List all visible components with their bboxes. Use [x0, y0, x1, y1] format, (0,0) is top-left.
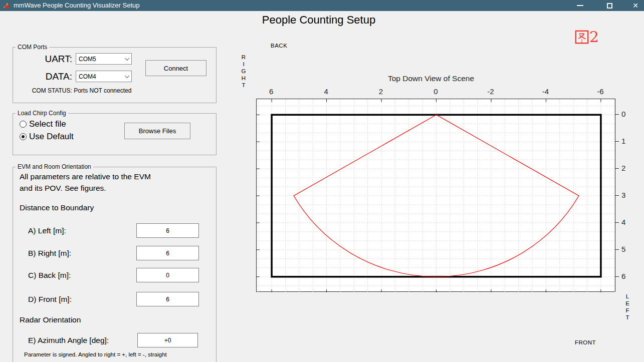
y-tick-mark: [615, 168, 619, 169]
y-tick-mark: [615, 195, 619, 196]
close-icon[interactable]: ✕: [627, 0, 644, 11]
data-port-value: COM4: [79, 73, 96, 80]
evm-intro-line2: and its POV. See figures.: [20, 184, 106, 193]
top-down-scene-plot: [256, 99, 615, 292]
x-tick-label: -2: [481, 87, 501, 96]
radio-button-icon[interactable]: [20, 133, 27, 140]
azimuth-note: Parameter is signed. Angled to right = +…: [24, 351, 212, 357]
y-tick-label: 2: [621, 164, 625, 173]
maximize-icon[interactable]: [601, 0, 618, 11]
back-distance-input[interactable]: [136, 268, 199, 282]
radar-orientation-heading: Radar Orientation: [20, 315, 81, 324]
title-bar: mmWave People Counting Visualizer Setup …: [0, 0, 644, 11]
scene-label-front: FRONT: [575, 339, 596, 345]
evm-intro-line1: All parameters are relative to the EVM: [20, 172, 151, 181]
connect-button[interactable]: Connect: [145, 60, 206, 76]
plot-title: Top Down View of Scene: [331, 74, 531, 83]
y-tick-mark: [615, 141, 619, 142]
chevron-down-icon[interactable]: [122, 71, 131, 82]
y-tick-mark: [615, 114, 619, 115]
left-distance-label: A) Left [m]:: [28, 223, 66, 238]
y-tick-label: 4: [621, 218, 625, 227]
y-tick-label: 0: [621, 110, 625, 119]
uart-port-value: COM5: [79, 56, 96, 63]
radio-button-icon[interactable]: [20, 121, 27, 128]
scene-plot-canvas: [257, 99, 616, 292]
window-title: mmWave People Counting Visualizer Setup: [14, 0, 139, 11]
front-distance-label: D) Front [m]:: [28, 292, 72, 306]
azimuth-angle-input[interactable]: [137, 333, 198, 347]
front-distance-input[interactable]: [136, 292, 199, 306]
chevron-down-icon[interactable]: [122, 54, 131, 64]
y-tick-mark: [615, 276, 619, 277]
chirp-config-group: Load Chirp Config Select file Use Defaul…: [13, 113, 217, 155]
y-tick-mark: [615, 249, 619, 250]
x-tick-label: -6: [590, 87, 610, 96]
matlab-logo-icon: [3, 2, 11, 10]
uart-port-select[interactable]: COM5: [76, 53, 132, 65]
radio-select-file[interactable]: Select file: [20, 119, 66, 129]
y-tick-label: 6: [621, 272, 625, 281]
x-tick-label: 4: [316, 87, 336, 96]
x-tick-label: 6: [261, 87, 281, 96]
evm-orientation-group: EVM and Room Orientation All parameters …: [13, 167, 217, 362]
scene-label-left: LEFT: [624, 293, 630, 321]
right-distance-label: B) Right [m]:: [28, 246, 71, 260]
distance-boundary-heading: Distance to Boundary: [20, 203, 94, 212]
evm-orientation-group-label: EVM and Room Orientation: [16, 163, 93, 170]
page-title: People Counting Setup: [219, 14, 419, 27]
y-tick-label: 3: [621, 191, 625, 200]
com-ports-group-label: COM Ports: [16, 44, 49, 51]
scene-label-back: BACK: [271, 43, 287, 49]
radio-use-default-label: Use Default: [29, 132, 74, 142]
y-tick-mark: [615, 222, 619, 223]
app-window: mmWave People Counting Visualizer Setup …: [0, 0, 644, 362]
right-distance-input[interactable]: [136, 246, 199, 260]
browse-files-button[interactable]: Browse Files: [124, 123, 190, 139]
radio-select-file-label: Select file: [29, 119, 66, 129]
x-tick-label: 0: [426, 87, 446, 96]
uart-label: UART:: [26, 54, 72, 65]
azimuth-angle-label: E) Azimuth Angle [deg]:: [28, 333, 109, 347]
scene-label-right: RIGHT: [241, 54, 247, 89]
x-tick-label: -4: [535, 87, 555, 96]
data-label: DATA:: [26, 71, 72, 82]
x-tick-label: 2: [371, 87, 391, 96]
figure-annotation-number: 2: [589, 29, 599, 45]
data-port-select[interactable]: COM4: [76, 71, 132, 82]
com-status-text: COM STATUS: Ports NOT connected: [19, 87, 144, 94]
back-distance-label: C) Back [m]:: [28, 268, 71, 282]
y-tick-label: 1: [621, 137, 625, 146]
figure-annotation: 2: [574, 29, 599, 45]
y-tick-label: 5: [621, 245, 625, 254]
radio-use-default[interactable]: Use Default: [20, 132, 74, 142]
com-ports-group: COM Ports UART: COM5 DATA: COM4 Connect …: [13, 47, 217, 103]
chirp-config-group-label: Load Chirp Config: [16, 110, 68, 117]
figure-char-glyph: [574, 29, 589, 45]
left-distance-input[interactable]: [136, 223, 199, 238]
minimize-icon[interactable]: [571, 0, 588, 11]
